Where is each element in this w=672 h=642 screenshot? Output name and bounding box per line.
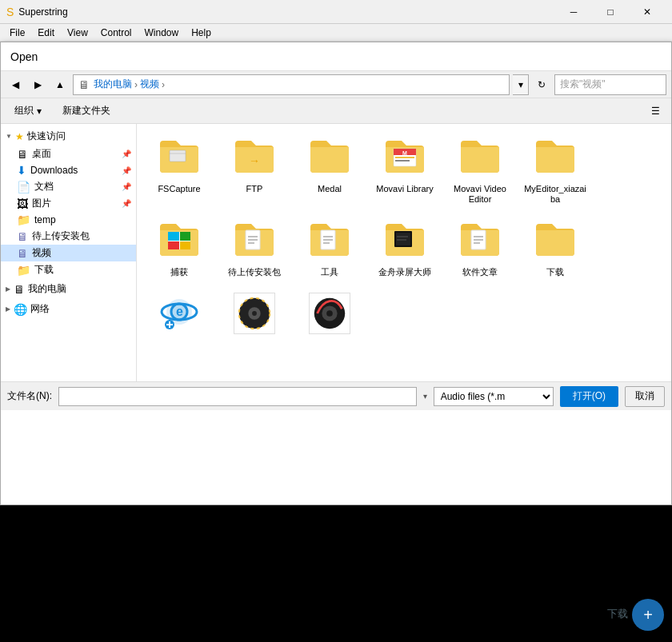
file-item-movavi-lib[interactable]: M Movavi Library — [369, 130, 441, 210]
folder-icon-movavi-editor — [459, 136, 501, 181]
sidebar: ▼ ★ 快速访问 🖥 桌面 📌 ⬇ Downloads 📌 📄 文档 — [1, 124, 137, 381]
file-item-app2[interactable] — [294, 287, 366, 349]
svg-rect-0 — [170, 150, 186, 161]
sidebar-upload-label: 待上传安装包 — [32, 229, 90, 243]
svg-point-43 — [326, 310, 333, 317]
refresh-button[interactable]: ↻ — [532, 75, 551, 94]
file-item-daishangchuan[interactable]: 待上传安装包 — [218, 213, 290, 283]
downloads-icon: ⬇ — [17, 164, 26, 177]
cancel-button[interactable]: 取消 — [625, 386, 665, 407]
app2-icon — [309, 293, 350, 341]
file-item-jinzhou[interactable]: 金舟录屏大师 — [369, 213, 441, 283]
search-box[interactable]: 搜索"视频" — [554, 74, 666, 95]
folder-icon-gongju — [309, 219, 350, 264]
docs-icon: 📄 — [17, 181, 30, 193]
file-item-fscapture[interactable]: FSCapture — [143, 130, 215, 210]
file-item-ftp[interactable]: → FTP — [218, 130, 290, 210]
sidebar-item-downloads[interactable]: ⬇ Downloads 📌 — [1, 162, 136, 178]
file-item-app1[interactable] — [218, 287, 290, 349]
filetype-select[interactable]: Audio files (*.m — [434, 387, 554, 406]
menu-help[interactable]: Help — [185, 26, 218, 40]
forward-button[interactable]: ▶ — [28, 75, 47, 94]
sidebar-item-temp[interactable]: 📁 temp — [1, 212, 136, 228]
address-dropdown[interactable]: ▾ — [513, 74, 529, 95]
sidebar-group-network: ▶ 🌐 网络 — [1, 300, 136, 318]
close-button[interactable]: ✕ — [629, 0, 666, 24]
sidebar-videos-label: 视频 — [32, 246, 51, 260]
file-myeditor-name: MyEditor_xiazaiba — [523, 184, 587, 205]
sidebar-item-videos[interactable]: 🖥 视频 — [1, 245, 136, 261]
folder-icon-movavi-lib: M — [384, 136, 426, 181]
file-item-xiazai[interactable]: 下载 — [519, 213, 591, 283]
folder-icon-jinzhou — [384, 219, 426, 264]
star-icon: ★ — [15, 131, 24, 142]
folder-icon-ftp: → — [234, 136, 275, 181]
sidebar-item-xiazai[interactable]: 📁 下载 — [1, 261, 136, 278]
file-movavi-lib-name: Movavi Library — [376, 184, 434, 194]
organize-button[interactable]: 组织 ▾ — [7, 102, 49, 121]
folder-icon-medal — [309, 136, 350, 181]
menu-window[interactable]: Window — [138, 26, 186, 40]
sidebar-downloads-label: Downloads — [30, 165, 78, 176]
svg-rect-9 — [168, 232, 179, 241]
minimize-button[interactable]: ─ — [555, 0, 592, 24]
folder-icon-temp: 📁 — [17, 213, 30, 226]
file-ftp-name: FTP — [246, 184, 263, 194]
plus-icon: + — [643, 606, 653, 624]
file-item-ie[interactable]: e — [143, 287, 215, 349]
file-daishangchuan-name: 待上传安装包 — [228, 267, 281, 277]
desktop-icon: 🖥 — [17, 148, 28, 161]
folder-icon-upload: 🖥 — [17, 230, 28, 243]
menu-edit[interactable]: Edit — [31, 26, 61, 40]
organize-dropdown-icon: ▾ — [37, 106, 42, 117]
new-folder-button[interactable]: 新建文件夹 — [55, 102, 118, 121]
view-toggle-button[interactable]: ☰ — [646, 102, 665, 121]
sidebar-item-desktop[interactable]: 🖥 桌面 📌 — [1, 146, 136, 162]
new-folder-label: 新建文件夹 — [62, 104, 110, 118]
svg-rect-6 — [395, 160, 410, 161]
network-icon: 🌐 — [14, 303, 27, 316]
svg-text:→: → — [249, 154, 260, 167]
file-item-movavi-editor[interactable]: Movavi Video Editor — [444, 130, 516, 210]
path-computer[interactable]: 我的电脑 — [94, 78, 132, 91]
folder-icon-fscapture — [158, 136, 200, 181]
sidebar-quickaccess-header[interactable]: ▼ ★ 快速访问 — [1, 127, 136, 146]
sidebar-computer-header[interactable]: ▶ 🖥 我的电脑 — [1, 280, 136, 298]
menu-bar: File Edit View Control Window Help — [0, 24, 672, 42]
sidebar-docs-label: 文档 — [34, 180, 54, 193]
chevron-down-icon: ▼ — [6, 133, 12, 140]
sidebar-network-header[interactable]: ▶ 🌐 网络 — [1, 300, 136, 318]
organize-label: 组织 — [14, 104, 34, 118]
svg-rect-22 — [396, 233, 410, 245]
file-toolbar: 组织 ▾ 新建文件夹 ☰ — [1, 98, 671, 124]
up-button[interactable]: ▲ — [50, 75, 70, 94]
address-bar: ◀ ▶ ▲ 🖥 我的电脑 › 视频 › ▾ ↻ 搜索"视频" — [1, 71, 671, 98]
title-bar-controls: ─ □ ✕ — [555, 0, 666, 24]
file-item-ruanjian[interactable]: 软件文章 — [444, 213, 516, 283]
menu-file[interactable]: File — [3, 26, 31, 40]
chevron-right-icon: ▶ — [6, 285, 10, 293]
svg-text:M: M — [402, 150, 407, 156]
back-button[interactable]: ◀ — [6, 75, 25, 94]
sidebar-group-computer: ▶ 🖥 我的电脑 — [1, 280, 136, 298]
pin-icon: 📌 — [122, 150, 131, 158]
sidebar-images-label: 图片 — [32, 197, 51, 210]
sidebar-item-upload[interactable]: 🖥 待上传安装包 — [1, 228, 136, 245]
open-button[interactable]: 打开(O) — [560, 386, 618, 407]
pin-icon-downloads: 📌 — [122, 166, 131, 175]
filename-bar: 文件名(N): ▾ Audio files (*.m 打开(O) 取消 — [1, 381, 671, 410]
file-item-medal[interactable]: Medal — [294, 130, 366, 210]
maximize-button[interactable]: □ — [592, 0, 629, 24]
sidebar-item-images[interactable]: 🖼 图片 📌 — [1, 195, 136, 212]
address-path: 🖥 我的电脑 › 视频 › — [73, 74, 510, 95]
sidebar-item-docs[interactable]: 📄 文档 📌 — [1, 178, 136, 195]
path-videos[interactable]: 视频 — [140, 78, 159, 91]
file-medal-name: Medal — [318, 184, 342, 194]
quickaccess-label: 快速访问 — [27, 130, 66, 143]
filename-input[interactable] — [58, 387, 417, 406]
file-item-gongju[interactable]: 工具 — [294, 213, 366, 283]
menu-view[interactable]: View — [61, 26, 94, 40]
file-item-myeditor[interactable]: MyEditor_xiazaiba — [519, 130, 591, 210]
menu-control[interactable]: Control — [94, 26, 138, 40]
file-item-buhuo[interactable]: 捕获 — [143, 213, 215, 283]
